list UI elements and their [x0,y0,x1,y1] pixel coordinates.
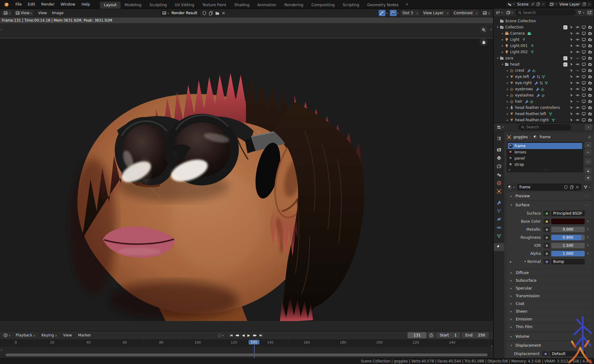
expander-icon[interactable]: ▸ [506,118,510,122]
expander-icon[interactable]: ▸ [501,38,505,41]
tab-layout[interactable]: Layout [100,2,121,9]
remove-material-slot-button[interactable]: − [585,149,592,155]
viewport-disable-toggle[interactable] [581,49,586,54]
preview-panel-header[interactable]: ▸Preview:::: [507,192,592,200]
tab-texture-paint[interactable]: Texture Paint [198,2,230,9]
viewport-disable-toggle[interactable] [581,80,586,85]
tab-compositing[interactable]: Compositing [307,2,338,9]
timeline-menu-playback[interactable]: Playback ∨ [13,332,38,339]
render-disable-toggle[interactable] [588,111,592,116]
region-collapse-arrow[interactable]: ‹ [491,344,493,348]
slot-expand-arrow[interactable]: ▸ [509,168,510,171]
gizmos-toggle-button[interactable] [379,10,385,16]
render-disable-toggle[interactable] [588,74,592,79]
outliner-filter-button[interactable]: ∨ [577,10,585,16]
panel-expand-arrow[interactable]: › [1,347,2,352]
field-metallic[interactable]: 0.000 [551,227,585,232]
pan-hand-button[interactable] [480,38,488,46]
outliner-row-head[interactable]: ▾head✓ [494,61,594,67]
new-collection-button[interactable] [587,10,593,15]
next-keyframe-button[interactable]: ◆▶ [252,333,258,337]
tab-scripting[interactable]: Scripting [339,2,363,9]
jump-to-start-button[interactable]: |◀ [228,333,233,337]
move-slot-up-button[interactable]: ▲ [585,168,592,174]
outliner-row-eye-left[interactable]: ▸eye.left [494,74,594,80]
menu-window[interactable]: Window [58,1,78,8]
unlink-image-icon[interactable] [222,11,226,15]
add-workspace-button[interactable]: + [402,1,411,8]
add-material-slot-button[interactable]: ＋ [585,142,592,148]
selectable-toggle[interactable] [569,56,574,61]
view-layer-selector[interactable]: ∨ View Layer [548,1,593,7]
viewport-disable-toggle[interactable] [581,105,586,110]
pin-icon[interactable] [531,2,535,6]
selectable-toggle[interactable] [569,31,574,36]
expander-icon[interactable]: ▸ [506,88,510,91]
animate-decorator[interactable]: • [586,227,590,232]
expander-icon[interactable]: ▸ [501,32,505,35]
hide-toggle[interactable] [575,62,580,67]
collection-checkbox[interactable]: ✓ [563,56,567,60]
tab-modeling[interactable]: Modeling [121,2,146,9]
hide-toggle[interactable] [575,87,580,92]
chevron-down-icon[interactable]: ∨ [397,12,399,14]
outliner-search-input[interactable]: Search [515,10,575,15]
tab-sculpting[interactable]: Sculpting [145,2,171,9]
timeline-menu-view[interactable]: View [60,332,75,339]
expander-icon[interactable]: ▸ [501,50,505,54]
render-disable-toggle[interactable] [588,93,592,98]
displacement-panel-header[interactable]: ▾Displacement:::: [507,342,592,349]
fake-user-shield-icon[interactable] [202,11,207,15]
selectable-toggle[interactable] [569,49,574,54]
image-menu-image[interactable]: Image [50,11,66,15]
timeline-menu-keying[interactable]: Keying ∨ [38,332,60,339]
render-disable-toggle[interactable] [588,31,592,36]
hide-toggle[interactable] [575,68,580,73]
properties-tab-object[interactable] [494,187,504,195]
viewport-disable-toggle[interactable] [581,43,586,48]
viewport-disable-toggle[interactable] [581,118,586,122]
outliner-row-collection[interactable]: ▾Collection✓ [494,24,594,30]
viewport-disable-toggle[interactable] [581,74,586,79]
properties-tab-output[interactable] [494,154,504,162]
hide-toggle[interactable] [575,37,580,42]
outliner-row-hair[interactable]: ▸hair [494,98,594,105]
material-slot-frame[interactable]: frame [508,143,582,149]
scene-selector[interactable]: ∨ Scene [506,1,547,7]
auto-keying-toggle[interactable]: ◌∨ [217,332,225,338]
selectable-toggle[interactable] [569,37,574,42]
properties-tab-view-layer[interactable] [494,162,504,170]
tab-uv-editing[interactable]: UV Editing [171,2,198,9]
expander-icon[interactable]: ▸ [501,44,505,47]
hide-toggle[interactable] [575,43,580,48]
slot-dropdown[interactable]: Slot 3∨ [401,10,420,16]
outliner-row-light-002[interactable]: ▸Light.002 [494,49,594,55]
animate-decorator[interactable]: • [586,243,590,248]
render-disable-toggle[interactable] [588,43,592,48]
fake-user-shield-icon[interactable] [564,185,568,189]
link-material-to-button[interactable]: ∨ [583,184,592,190]
selectable-toggle[interactable] [569,43,574,48]
hide-toggle[interactable] [575,99,580,104]
render-disable-toggle[interactable] [588,80,592,85]
checkbox-slot[interactable]: ✓ [563,62,568,67]
subpanel-emission[interactable]: ▸Emission [507,315,592,323]
field-surface[interactable]: Principled BSDF [551,211,585,216]
selectable-toggle[interactable] [569,118,574,122]
overlays-toggle-button[interactable] [390,10,397,16]
new-view-layer-icon[interactable] [582,2,586,6]
hide-toggle[interactable] [575,105,580,110]
render-disable-toggle[interactable] [588,87,592,92]
expander-icon[interactable]: ▸ [506,106,510,109]
outliner-scope-button[interactable]: ∨ [505,10,514,16]
expander-icon[interactable]: ▾ [496,26,500,29]
breadcrumb-material[interactable]: frame [540,135,551,139]
outliner-row-light-001[interactable]: ▸Light.001 [494,43,594,49]
properties-tab-tool[interactable] [494,135,504,143]
expander-icon[interactable]: ▸ [509,259,513,264]
region-collapse-arrow[interactable]: ‹ [490,27,492,32]
selectable-toggle[interactable] [569,111,574,116]
properties-tab-material[interactable] [494,243,504,251]
properties-tab-modifiers[interactable] [494,199,504,207]
properties-tab-world[interactable] [494,179,504,187]
